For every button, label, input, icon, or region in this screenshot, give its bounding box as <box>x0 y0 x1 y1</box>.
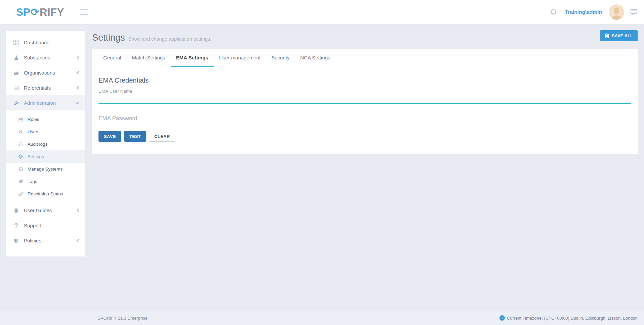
sidebar-item-label: Settings <box>28 154 44 159</box>
chevron-down-icon <box>75 102 79 104</box>
wrench-icon <box>13 100 19 106</box>
grid-icon <box>13 40 19 45</box>
footer: SPORIFY 21.3 Enterprise i Current Timezo… <box>0 311 644 325</box>
tab-match-settings[interactable]: Match Settings <box>126 49 170 67</box>
chevron-left-icon <box>76 71 79 75</box>
sidebar-item-manage-systems[interactable]: Manage Systems <box>6 163 85 175</box>
app-root: SP⟳RIFY Training\admin <box>0 0 644 325</box>
sync-arrows-icon: ⟳ <box>31 7 39 17</box>
section-title: EMA Credentials <box>98 77 631 84</box>
sidebar-item-settings[interactable]: Settings <box>6 150 85 163</box>
sidebar-item-label: Audit logs <box>28 142 47 147</box>
sidebar-item-label: Administration <box>24 100 56 106</box>
ema-username-label: EMA User Name <box>98 89 631 94</box>
sidebar-item-organisations[interactable]: Organisations <box>6 65 85 80</box>
list-icon <box>13 85 19 90</box>
floppy-icon <box>605 34 609 38</box>
book-icon <box>13 208 19 213</box>
sidebar-item-user-guides[interactable]: User Guides <box>6 203 85 218</box>
clear-button[interactable]: CLEAR <box>149 131 175 142</box>
avatar[interactable] <box>609 4 624 20</box>
sidebar-item-administration[interactable]: Administration <box>6 95 85 110</box>
check-icon <box>18 192 24 196</box>
settings-panel: General Match Settings EMA Settings User… <box>92 49 638 154</box>
ema-username-input[interactable] <box>98 94 631 104</box>
save-button[interactable]: SAVE <box>98 131 121 142</box>
chevron-left-icon <box>76 239 79 242</box>
sidebar-item-label: Substances <box>24 55 50 60</box>
bell-icon[interactable] <box>550 8 557 16</box>
sidebar-item-support[interactable]: ? Support <box>6 218 85 233</box>
logo-text-left: SP <box>16 7 30 17</box>
lock-icon <box>18 142 24 147</box>
ema-settings-content: EMA Credentials EMA User Name SAVE TEST … <box>92 67 638 142</box>
sidebar-item-label: Policies <box>24 238 41 243</box>
tab-user-management[interactable]: User management <box>214 49 266 67</box>
sidebar-item-roles[interactable]: Roles <box>6 113 85 126</box>
flask-icon <box>13 55 19 60</box>
tag-icon <box>18 179 24 184</box>
user-icon <box>18 129 24 134</box>
test-button[interactable]: TEST <box>124 131 146 142</box>
chevron-left-icon <box>76 86 79 90</box>
sidebar-item-label: Tags <box>28 179 37 184</box>
info-icon: i <box>499 315 505 321</box>
shield-icon <box>13 238 19 243</box>
page-subtitle: Show and change application settings. <box>128 36 211 42</box>
sidebar: Dashboard Substances Organisations <box>6 31 85 257</box>
sidebar-item-tags[interactable]: Tags <box>6 175 85 188</box>
form-actions: SAVE TEST CLEAR <box>98 131 631 142</box>
sidebar-item-label: Manage Systems <box>28 167 63 172</box>
sidebar-item-substances[interactable]: Substances <box>6 50 85 65</box>
sidebar-item-audit-logs[interactable]: Audit logs <box>6 138 85 150</box>
administration-submenu: Roles Users Audit logs <box>6 110 85 203</box>
laptop-icon <box>18 167 24 172</box>
sidebar-item-label: Organisations <box>24 70 55 76</box>
tab-general[interactable]: General <box>98 49 126 67</box>
sidebar-item-label: Referentials <box>24 85 51 91</box>
factory-icon <box>13 70 19 75</box>
tab-security[interactable]: Security <box>266 49 295 67</box>
sidebar-item-referentials[interactable]: Referentials <box>6 80 85 95</box>
save-all-button[interactable]: SAVE ALL <box>600 30 638 41</box>
top-bar: SP⟳RIFY Training\admin <box>0 0 644 25</box>
ema-password-input[interactable] <box>98 112 631 125</box>
page-title: Settings <box>92 33 125 43</box>
user-menu[interactable]: Training\admin <box>565 9 602 15</box>
sidebar-item-label: Users <box>28 129 39 134</box>
hamburger-icon[interactable] <box>79 6 89 18</box>
sidebar-item-users[interactable]: Users <box>6 126 85 138</box>
sidebar-item-label: Dashboard <box>24 40 48 45</box>
sidebar-item-policies[interactable]: Policies <box>6 233 85 248</box>
sporify-logo[interactable]: SP⟳RIFY <box>16 7 64 17</box>
question-icon: ? <box>13 222 19 229</box>
sidebar-item-dashboard[interactable]: Dashboard <box>6 35 85 50</box>
timezone-text: Current Timezone: (UTC+00:00) Dublin, Ed… <box>507 316 638 321</box>
settings-tabs: General Match Settings EMA Settings User… <box>92 49 638 67</box>
sidebar-item-label: User Guides <box>24 207 52 213</box>
page-header: Settings Show and change application set… <box>92 33 211 43</box>
app-version: SPORIFY 21.3 Enterprise <box>97 316 148 321</box>
sidebar-item-resolution-status[interactable]: Resolution Status <box>6 188 85 200</box>
timezone-info: i Current Timezone: (UTC+00:00) Dublin, … <box>499 315 638 321</box>
sidebar-item-label: Support <box>24 223 42 228</box>
tab-ema-settings[interactable]: EMA Settings <box>171 49 214 67</box>
top-bar-right: Training\admin <box>550 4 640 20</box>
briefcase-icon <box>18 117 24 122</box>
chevron-left-icon <box>76 208 79 212</box>
gear-icon <box>18 154 24 159</box>
chevron-left-icon <box>76 56 79 59</box>
chat-icon[interactable] <box>630 9 637 15</box>
logo-text-right: RIFY <box>40 7 64 17</box>
save-all-label: SAVE ALL <box>612 34 633 38</box>
sidebar-item-label: Roles <box>28 117 39 122</box>
tab-nca-settings[interactable]: NCA Settings <box>295 49 335 67</box>
sidebar-item-label: Resolution Status <box>28 191 63 196</box>
